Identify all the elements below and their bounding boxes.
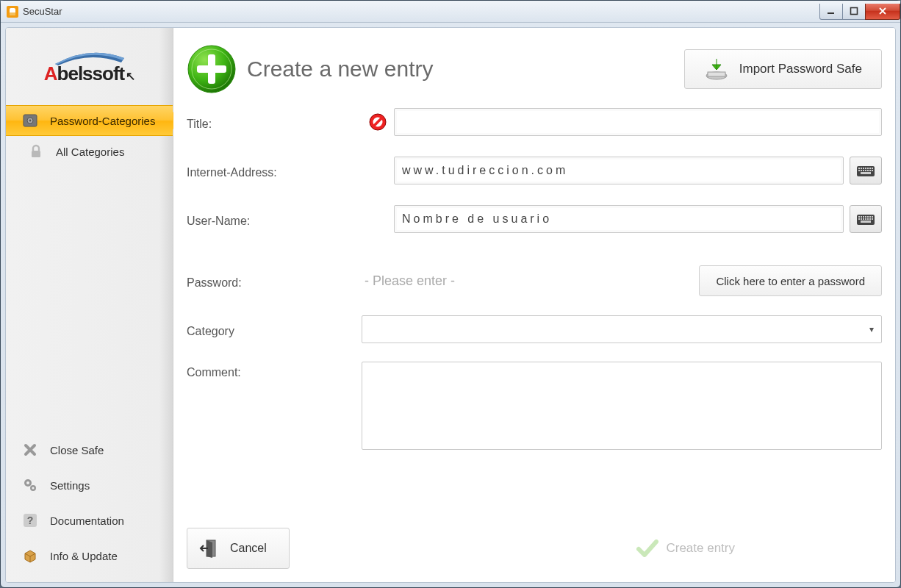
svg-rect-32 (865, 170, 866, 171)
svg-rect-42 (867, 216, 869, 218)
svg-rect-25 (865, 168, 866, 169)
svg-rect-39 (861, 216, 862, 218)
svg-point-4 (29, 120, 32, 122)
sidebar-item-close-safe[interactable]: Close Safe (6, 432, 173, 467)
svg-rect-38 (858, 216, 860, 218)
svg-rect-22 (858, 168, 860, 169)
username-input[interactable] (394, 205, 844, 233)
title-input[interactable] (394, 108, 882, 136)
import-icon (704, 57, 729, 81)
svg-rect-36 (861, 172, 871, 174)
sidebar: Abelssoft↖ Password-Categories All Categ… (6, 28, 173, 582)
cancel-button-label: Cancel (230, 542, 267, 555)
svg-rect-40 (863, 216, 864, 218)
error-forbidden-icon (368, 112, 387, 132)
svg-rect-44 (872, 216, 873, 218)
svg-rect-0 (828, 12, 834, 14)
sidebar-item-label: Info & Update (50, 550, 118, 562)
logo-rest: belssoft (57, 62, 125, 85)
svg-rect-30 (861, 170, 862, 171)
safe-icon (21, 111, 40, 130)
row-comment: Comment: (187, 362, 882, 450)
comment-textarea[interactable] (362, 362, 882, 450)
sidebar-item-label: Settings (50, 479, 90, 492)
svg-rect-23 (861, 168, 862, 169)
svg-rect-5 (32, 151, 40, 157)
svg-rect-51 (872, 218, 873, 220)
application-window: SecuStar Abe (0, 0, 901, 588)
sidebar-bottom: Close Safe Settings ? Documentation (6, 432, 173, 582)
svg-rect-31 (863, 170, 864, 171)
question-icon: ? (21, 511, 40, 530)
import-password-safe-button[interactable]: Import Password Safe (684, 49, 882, 89)
virtual-keyboard-button[interactable] (850, 157, 882, 184)
logo-cursor-icon: ↖ (126, 70, 134, 82)
titlebar: SecuStar (1, 1, 900, 23)
svg-rect-15 (197, 65, 226, 73)
import-button-label: Import Password Safe (739, 62, 862, 76)
gears-icon (21, 476, 40, 495)
sidebar-item-settings[interactable]: Settings (6, 467, 173, 503)
cancel-button[interactable]: Cancel (187, 528, 290, 569)
window-controls (820, 4, 900, 20)
svg-rect-35 (872, 170, 873, 171)
label-title: Title: (187, 113, 362, 131)
svg-rect-17 (708, 72, 725, 76)
client-area: Abelssoft↖ Password-Categories All Categ… (5, 27, 896, 583)
sidebar-nav: Password-Categories All Categories (6, 105, 173, 167)
svg-rect-50 (869, 218, 871, 220)
label-comment: Comment: (187, 362, 362, 379)
maximize-button[interactable] (842, 4, 866, 20)
svg-rect-41 (865, 216, 866, 218)
internet-address-input[interactable] (394, 157, 844, 184)
sidebar-item-label: Close Safe (50, 444, 104, 456)
sidebar-item-label: Documentation (50, 514, 124, 527)
row-password: Password: - Please enter - Click here to… (187, 265, 882, 297)
svg-rect-52 (861, 220, 871, 223)
x-icon (21, 440, 40, 459)
sidebar-item-password-categories[interactable]: Password-Categories (6, 105, 173, 136)
sidebar-item-documentation[interactable]: ? Documentation (6, 503, 173, 538)
logo-letter-a: A (44, 62, 57, 85)
password-placeholder: - Please enter - (362, 273, 455, 289)
svg-rect-34 (869, 170, 871, 171)
keyboard-icon (856, 212, 875, 226)
form: Title: Internet-Address: (173, 103, 895, 582)
svg-rect-1 (851, 8, 858, 15)
sidebar-item-info-update[interactable]: Info & Update (6, 538, 173, 573)
sidebar-item-label: Password-Categories (50, 115, 155, 127)
svg-rect-33 (867, 170, 869, 171)
sidebar-item-all-categories[interactable]: All Categories (6, 136, 173, 167)
logo: Abelssoft↖ (6, 28, 173, 105)
svg-rect-24 (863, 168, 864, 169)
check-icon (636, 539, 658, 558)
plus-circle-icon (187, 44, 237, 94)
package-icon (21, 546, 40, 565)
create-entry-button: Create entry (636, 528, 735, 569)
svg-rect-43 (869, 216, 871, 218)
app-icon (7, 6, 18, 18)
label-username: User-Name: (187, 210, 362, 228)
close-button[interactable] (865, 4, 900, 20)
svg-point-9 (32, 487, 35, 490)
svg-point-7 (26, 481, 29, 484)
enter-password-button[interactable]: Click here to enter a password (699, 265, 882, 296)
minimize-button[interactable] (819, 4, 843, 20)
svg-text:?: ? (27, 514, 34, 526)
sidebar-item-label: All Categories (56, 146, 124, 158)
footer-buttons: Cancel Create entry (187, 528, 882, 582)
svg-rect-49 (867, 218, 869, 220)
row-category: Category (187, 313, 882, 345)
category-dropdown[interactable] (362, 315, 882, 343)
svg-rect-29 (858, 170, 860, 171)
svg-rect-48 (865, 218, 866, 220)
svg-rect-47 (863, 218, 864, 220)
svg-rect-28 (872, 168, 873, 169)
row-title: Title: (187, 106, 882, 138)
label-category: Category (187, 320, 362, 338)
svg-rect-45 (858, 218, 860, 220)
lock-icon (26, 142, 46, 161)
label-password: Password: (187, 272, 362, 290)
virtual-keyboard-button[interactable] (850, 205, 882, 233)
label-address: Internet-Address: (187, 162, 362, 179)
